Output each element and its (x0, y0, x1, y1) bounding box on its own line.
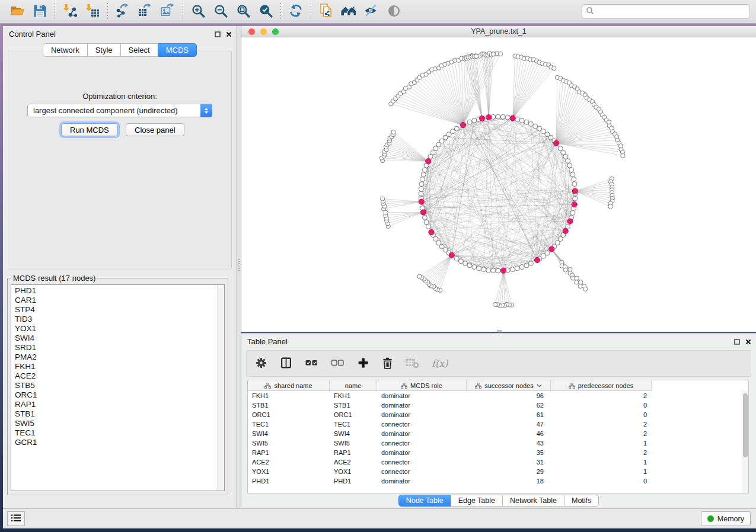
tab-edge-table[interactable]: Edge Table (451, 495, 503, 507)
home-networks-button[interactable] (337, 2, 360, 22)
mcds-result-item[interactable]: SWI5 (15, 419, 216, 428)
network-node[interactable] (570, 172, 575, 177)
network-node[interactable] (573, 196, 578, 201)
network-node[interactable] (391, 130, 395, 134)
export-table-button[interactable] (134, 2, 157, 22)
network-node[interactable] (505, 115, 510, 120)
mcds-result-item[interactable]: TID3 (15, 315, 216, 324)
network-node[interactable] (474, 54, 479, 58)
network-node[interactable] (579, 280, 583, 284)
network-node[interactable] (454, 257, 459, 261)
table-row[interactable]: YOX1YOX1connector291 (248, 467, 748, 476)
mcds-result-item[interactable]: STB5 (15, 381, 216, 390)
network-node[interactable] (458, 259, 463, 264)
window-close-button[interactable] (248, 28, 255, 35)
export-network-button[interactable] (111, 2, 134, 22)
network-graph[interactable] (241, 37, 756, 331)
network-node[interactable] (572, 182, 577, 187)
mcds-network-node[interactable] (479, 116, 484, 121)
network-node[interactable] (472, 265, 477, 270)
float-panel-icon[interactable] (734, 338, 740, 347)
mcds-network-node[interactable] (549, 246, 554, 252)
import-network-button[interactable] (59, 2, 81, 22)
network-node[interactable] (510, 267, 515, 272)
vertical-splitter[interactable] (237, 26, 241, 508)
network-node[interactable] (491, 52, 495, 56)
mcds-result-item[interactable]: FKH1 (15, 362, 216, 371)
horizontal-splitter-grip[interactable] (497, 330, 502, 332)
column-header-predecessor-nodes[interactable]: predecessor nodes (551, 380, 652, 391)
network-node[interactable] (419, 182, 424, 187)
network-node[interactable] (477, 266, 481, 271)
network-canvas[interactable] (241, 37, 756, 331)
network-node[interactable] (519, 265, 524, 270)
network-node[interactable] (566, 159, 570, 164)
optimization-criterion-select[interactable]: largest connected component (undirected) (27, 104, 212, 117)
network-node[interactable] (519, 118, 524, 123)
network-node[interactable] (569, 168, 574, 172)
network-node[interactable] (528, 121, 533, 126)
mcds-network-node[interactable] (572, 202, 577, 207)
window-maximize-button[interactable] (272, 28, 279, 35)
network-node[interactable] (524, 263, 529, 268)
mcds-network-node[interactable] (426, 159, 431, 164)
close-panel-button[interactable]: Close panel (126, 123, 184, 136)
table-row[interactable]: FKH1FKH1dominator962 (248, 391, 748, 400)
network-window-titlebar[interactable]: YPA_prune.txt_1 (241, 26, 756, 37)
save-session-button[interactable] (28, 2, 51, 22)
memory-button[interactable]: Memory (701, 511, 751, 526)
network-node[interactable] (528, 261, 533, 266)
mcds-list-scrollbar[interactable] (217, 285, 224, 491)
apply-layout-button[interactable] (285, 2, 307, 22)
network-node[interactable] (578, 284, 582, 289)
network-node[interactable] (419, 187, 423, 191)
table-row[interactable]: SWI4SWI4dominator462 (248, 429, 748, 438)
table-scrollbar-thumb[interactable] (743, 393, 748, 457)
table-row[interactable]: PHD1PHD1dominator180 (248, 476, 748, 486)
export-image-button[interactable] (157, 2, 179, 22)
network-node[interactable] (496, 268, 500, 273)
network-node[interactable] (563, 268, 567, 272)
zoom-in-button[interactable] (187, 2, 209, 22)
table-row[interactable]: STB1STB1dominator620 (248, 400, 748, 410)
tab-network[interactable]: Network (43, 43, 88, 57)
deselect-all-button[interactable] (331, 357, 344, 370)
network-node[interactable] (621, 153, 625, 158)
mcds-result-item[interactable]: YOX1 (15, 324, 216, 334)
mcds-result-item[interactable]: STB1 (15, 409, 216, 419)
network-node[interactable] (515, 266, 519, 271)
network-node[interactable] (533, 124, 538, 129)
mcds-network-node[interactable] (554, 140, 559, 146)
search-input[interactable] (597, 7, 746, 16)
network-node[interactable] (454, 126, 459, 131)
network-node[interactable] (419, 191, 423, 196)
hide-selected-button[interactable] (360, 2, 382, 22)
network-node[interactable] (567, 163, 572, 168)
network-node[interactable] (496, 114, 500, 119)
tab-select[interactable]: Select (120, 43, 158, 57)
mcds-network-node[interactable] (429, 229, 434, 235)
mcds-network-node[interactable] (567, 219, 573, 224)
network-node[interactable] (552, 66, 556, 70)
open-session-button[interactable] (6, 2, 28, 22)
network-node[interactable] (424, 220, 429, 225)
mcds-result-item[interactable]: ORC1 (15, 390, 216, 400)
zoom-out-button[interactable] (209, 2, 232, 22)
add-column-button[interactable] (357, 357, 369, 371)
table-row[interactable]: ORC1ORC1dominator610 (248, 410, 748, 419)
tab-node-table[interactable]: Node Table (398, 495, 451, 507)
import-table-button[interactable] (81, 2, 104, 22)
column-header-shared-name[interactable]: shared name (248, 380, 330, 391)
tab-network-table[interactable]: Network Table (502, 495, 564, 507)
show-columns-button[interactable] (280, 357, 292, 371)
network-node[interactable] (384, 210, 388, 214)
network-node[interactable] (426, 224, 430, 229)
network-node[interactable] (572, 177, 576, 182)
table-scrollbar[interactable] (742, 391, 748, 493)
delete-column-button[interactable] (382, 357, 393, 371)
run-mcds-button[interactable]: Run MCDS (61, 123, 118, 136)
network-node[interactable] (561, 150, 566, 155)
mcds-network-node[interactable] (460, 123, 465, 128)
network-node[interactable] (472, 118, 477, 123)
show-all-button[interactable] (382, 2, 405, 22)
